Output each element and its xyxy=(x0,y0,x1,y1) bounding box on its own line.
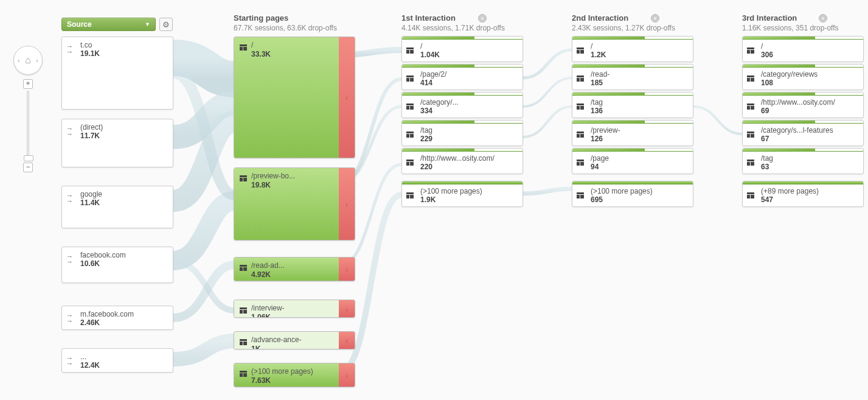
page-group-icon xyxy=(406,47,414,54)
interaction-node[interactable]: /1.2K xyxy=(572,36,693,62)
interaction-node[interactable]: (+89 more pages)547 xyxy=(742,181,864,207)
page-label: /read-ad... xyxy=(251,261,285,270)
page-group-icon xyxy=(747,47,754,54)
interaction-node[interactable]: /page94 xyxy=(572,148,693,174)
interaction-node[interactable]: /page/2/414 xyxy=(401,64,523,90)
page-label: (>100 more pages) xyxy=(251,367,313,376)
source-value: 11.7K xyxy=(80,132,168,140)
column-title: 1st Interaction xyxy=(401,13,505,23)
nav-zoom-cluster: ‹ ⌂ › xyxy=(13,46,43,75)
traffic-arrows-icon: →→ xyxy=(66,313,73,324)
page-label: (>100 more pages) xyxy=(591,187,688,195)
starting-page-node[interactable]: ↓/interview-1.06K xyxy=(234,300,355,318)
starting-page-node[interactable]: ↓/preview-bo...19.8K xyxy=(234,167,355,240)
page-value: 67 xyxy=(761,135,858,143)
page-value: 220 xyxy=(420,163,518,171)
page-value: 19.8K xyxy=(251,181,271,189)
column-header: Starting pages67.7K sessions, 63.6K drop… xyxy=(234,13,337,32)
close-column-icon[interactable]: × xyxy=(478,14,487,23)
zoom-slider[interactable] xyxy=(27,91,29,161)
column-header: ×3rd Interaction1.16K sessions, 351 drop… xyxy=(742,13,839,32)
zoom-in-button[interactable]: + xyxy=(23,79,33,89)
interaction-node[interactable]: /read-185 xyxy=(572,64,693,90)
zoom-out-button[interactable]: − xyxy=(23,163,33,172)
source-node[interactable]: →→(direct)11.7K xyxy=(61,119,173,167)
interaction-node[interactable]: /http://www...osity.com/69 xyxy=(742,92,864,118)
interaction-node[interactable]: /306 xyxy=(742,36,864,62)
page-label: /http://www...osity.com/ xyxy=(761,98,858,107)
gear-icon: ⚙ xyxy=(162,20,170,29)
page-label: /tag xyxy=(591,98,688,107)
source-node[interactable]: →→facebook.com10.6K xyxy=(61,247,173,283)
page-group-icon xyxy=(240,307,247,314)
page-value: 1.9K xyxy=(420,195,518,204)
nav-home-button[interactable]: ‹ ⌂ › xyxy=(13,46,43,75)
dimension-dropdown-label: Source xyxy=(67,20,92,29)
page-group-icon xyxy=(577,192,584,198)
dropoff-arrow-icon: ↓ xyxy=(345,201,349,208)
page-label: /advance-ance- xyxy=(251,335,302,344)
page-group-icon xyxy=(747,104,754,110)
interaction-node[interactable]: /http://www...osity.com/220 xyxy=(401,148,523,174)
interaction-node[interactable]: /tag229 xyxy=(401,120,523,146)
page-value: 126 xyxy=(591,135,688,143)
page-label: /page xyxy=(591,154,688,163)
source-node[interactable]: →→m.facebook.com2.46K xyxy=(61,306,173,330)
chevron-down-icon: ▼ xyxy=(145,21,150,27)
starting-page-node[interactable]: ↓/advance-ance-1K xyxy=(234,331,355,349)
dimension-dropdown[interactable]: Source ▼ xyxy=(61,18,156,31)
settings-button[interactable]: ⚙ xyxy=(159,18,173,31)
source-value: 11.4K xyxy=(80,198,168,207)
page-value: 108 xyxy=(761,79,858,87)
column-subtitle: 1.16K sessions, 351 drop-offs xyxy=(742,24,839,32)
page-group-icon xyxy=(406,160,414,166)
source-node[interactable]: →→google11.4K xyxy=(61,186,173,228)
page-label: /category/reviews xyxy=(761,70,858,79)
close-column-icon[interactable]: × xyxy=(819,14,827,23)
page-group-icon xyxy=(406,75,414,82)
starting-page-node[interactable]: ↓(>100 more pages)7.63K xyxy=(234,363,355,387)
interaction-node[interactable]: /category/...334 xyxy=(401,92,523,118)
page-value: 306 xyxy=(761,51,858,59)
source-node[interactable]: →→t.co19.1K xyxy=(61,37,173,110)
column-title: 2nd Interaction xyxy=(572,13,675,23)
page-value: 94 xyxy=(591,163,688,171)
source-node[interactable]: →→...12.4K xyxy=(61,348,173,373)
page-value: 1.04K xyxy=(420,51,518,59)
interaction-node[interactable]: (>100 more pages)695 xyxy=(572,181,693,207)
interaction-node[interactable]: /tag63 xyxy=(742,148,864,174)
page-label: /interview- xyxy=(251,304,285,312)
starting-page-node[interactable]: ↓/33.3K xyxy=(234,37,355,158)
column-subtitle: 2.43K sessions, 1.27K drop-offs xyxy=(572,24,675,32)
page-value: 4.92K xyxy=(251,270,271,279)
starting-page-node[interactable]: ↓/read-ad...4.92K xyxy=(234,257,355,281)
page-label: /page/2/ xyxy=(420,70,518,79)
source-value: 10.6K xyxy=(80,259,168,268)
zoom-handle[interactable] xyxy=(24,155,33,161)
page-value: 547 xyxy=(761,195,858,204)
source-label: t.co xyxy=(80,41,168,49)
traffic-arrows-icon: →→ xyxy=(66,193,73,204)
interaction-node[interactable]: /1.04K xyxy=(401,36,523,62)
interaction-node[interactable]: /category/s...l-features67 xyxy=(742,120,864,146)
traffic-arrows-icon: →→ xyxy=(66,44,73,55)
page-group-icon xyxy=(747,160,754,166)
column-header: ×1st Interaction4.14K sessions, 1.71K dr… xyxy=(401,13,505,32)
interaction-node[interactable]: /category/reviews108 xyxy=(742,64,864,90)
behavior-flow-canvas[interactable]: Source ▼ ⚙ ‹ ⌂ › + − Starting pages67.7K… xyxy=(0,0,868,400)
page-group-icon xyxy=(240,265,247,271)
interaction-node[interactable]: (>100 more pages)1.9K xyxy=(401,181,523,207)
interaction-node[interactable]: /preview-126 xyxy=(572,120,693,146)
chevron-right-icon: › xyxy=(36,57,38,64)
close-column-icon[interactable]: × xyxy=(651,14,659,23)
page-group-icon xyxy=(577,132,584,138)
page-value: 1.2K xyxy=(591,51,688,59)
interaction-node[interactable]: /tag136 xyxy=(572,92,693,118)
page-group-icon xyxy=(406,192,414,198)
traffic-arrows-icon: →→ xyxy=(66,126,73,137)
page-label: /category/... xyxy=(420,98,518,107)
source-label: google xyxy=(80,190,168,198)
page-group-icon xyxy=(240,44,247,51)
page-group-icon xyxy=(577,160,584,166)
page-value: 33.3K xyxy=(251,50,271,58)
